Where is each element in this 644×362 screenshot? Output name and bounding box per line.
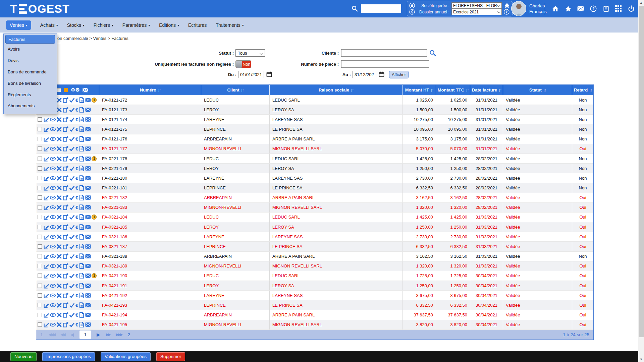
dropdown-item-factures[interactable]: Factures — [5, 35, 55, 44]
eye-icon[interactable] — [50, 146, 56, 152]
afficher-button[interactable]: Afficher — [389, 71, 409, 78]
mail-icon[interactable] — [85, 166, 91, 171]
mail-icon[interactable] — [85, 146, 91, 152]
row-checkbox[interactable] — [38, 157, 42, 161]
document-icon[interactable] — [79, 126, 85, 132]
document-icon[interactable] — [79, 117, 85, 122]
duplicate-icon[interactable] — [63, 234, 68, 240]
document-icon[interactable] — [79, 156, 85, 162]
duplicate-icon[interactable] — [63, 136, 68, 142]
eye-icon[interactable] — [50, 293, 56, 298]
eye-icon[interactable] — [50, 136, 56, 142]
check-icon[interactable] — [69, 224, 75, 230]
mail-icon[interactable] — [85, 107, 91, 113]
duplicate-icon[interactable] — [63, 195, 68, 200]
dropdown-item-bons-de-commande[interactable]: Bons de commande — [4, 66, 57, 78]
document-icon[interactable] — [79, 273, 85, 279]
edit-icon[interactable] — [44, 126, 49, 132]
euro-icon[interactable]: € — [75, 214, 78, 220]
mail-icon[interactable] — [85, 156, 91, 162]
eye-icon[interactable] — [50, 224, 56, 230]
check-icon[interactable] — [69, 312, 75, 318]
document-icon[interactable] — [79, 244, 85, 249]
euro-icon[interactable]: € — [75, 204, 78, 210]
edit-icon[interactable] — [44, 195, 49, 200]
euro-icon[interactable]: € — [75, 283, 78, 289]
euro-icon[interactable]: € — [75, 185, 78, 191]
delete-icon[interactable] — [56, 322, 62, 327]
global-search-input[interactable] — [361, 4, 401, 13]
edit-icon[interactable] — [44, 312, 49, 318]
delete-icon[interactable] — [56, 126, 62, 132]
delete-icon[interactable] — [56, 117, 62, 122]
menu-item-editions[interactable]: Editions▾ — [159, 22, 179, 28]
row-checkbox[interactable] — [38, 293, 42, 298]
edit-icon[interactable] — [44, 175, 49, 181]
delete-icon[interactable] — [56, 283, 62, 289]
star-icon[interactable] — [565, 5, 572, 12]
document-icon[interactable] — [79, 322, 85, 327]
check-icon[interactable] — [69, 97, 75, 103]
row-checkbox[interactable] — [38, 195, 42, 200]
euro-icon[interactable]: € — [75, 156, 78, 162]
duplicate-icon[interactable] — [63, 204, 68, 210]
statut-select[interactable]: Tous — [235, 49, 265, 57]
prev-page-icon[interactable]: ◀ — [70, 332, 74, 337]
duplicate-icon[interactable] — [63, 302, 68, 308]
document-icon[interactable] — [79, 234, 85, 240]
eye-icon[interactable] — [50, 263, 56, 269]
mail-icon[interactable] — [85, 126, 91, 132]
menu-item-traitements[interactable]: Traitements▾ — [216, 22, 244, 28]
edit-icon[interactable] — [44, 293, 49, 298]
mail-icon[interactable] — [85, 117, 91, 122]
clients-search-icon[interactable] — [429, 50, 436, 56]
row-checkbox[interactable] — [38, 127, 42, 131]
au-input[interactable] — [353, 71, 376, 78]
eye-icon[interactable] — [50, 195, 56, 200]
duplicate-icon[interactable] — [63, 273, 68, 279]
mail-icon[interactable] — [85, 185, 91, 191]
orange-square-icon[interactable] — [64, 88, 68, 92]
dropdown-item-devis[interactable]: Devis — [4, 55, 57, 66]
help-icon[interactable]: ? — [590, 5, 597, 12]
check-icon[interactable] — [69, 244, 75, 249]
edit-icon[interactable] — [44, 185, 49, 191]
duplicate-icon[interactable] — [63, 263, 68, 269]
duplicate-icon[interactable] — [63, 224, 68, 230]
eye-icon[interactable] — [50, 185, 56, 191]
delete-icon[interactable] — [56, 107, 62, 113]
row-checkbox[interactable] — [38, 254, 42, 258]
scroll-down-icon[interactable]: ▼ — [638, 357, 644, 362]
document-icon[interactable] — [79, 204, 85, 210]
check-icon[interactable] — [69, 293, 75, 298]
delete-icon[interactable] — [56, 175, 62, 181]
euro-icon[interactable]: € — [75, 224, 78, 230]
eye-icon[interactable] — [50, 244, 56, 249]
duplicate-icon[interactable] — [63, 175, 68, 181]
mail-icon[interactable] — [85, 195, 91, 200]
check-icon[interactable] — [69, 146, 75, 152]
check-icon[interactable] — [69, 126, 75, 132]
menu-item-paramètres[interactable]: Paramètres▾ — [122, 22, 150, 28]
edit-icon[interactable] — [44, 234, 49, 240]
duplicate-icon[interactable] — [63, 166, 68, 171]
eye-icon[interactable] — [50, 273, 56, 279]
row-checkbox[interactable] — [38, 205, 42, 209]
validations-groupées-button[interactable]: Validations groupées — [101, 352, 151, 361]
row-checkbox[interactable] — [38, 235, 42, 239]
eye-icon[interactable] — [50, 117, 56, 122]
edit-icon[interactable] — [44, 136, 49, 142]
check-icon[interactable] — [69, 263, 75, 269]
year-select[interactable]: Exercice 2021 — [451, 9, 502, 15]
check-icon[interactable] — [69, 185, 75, 191]
last-page-icon[interactable]: ▶▶▶ — [116, 332, 122, 337]
column-header-statut[interactable]: Statut↓↑ — [503, 85, 572, 95]
eye-icon[interactable] — [50, 156, 56, 162]
eye-icon[interactable] — [50, 234, 56, 240]
eye-icon[interactable] — [50, 126, 56, 132]
row-checkbox[interactable] — [38, 146, 42, 151]
duplicate-icon[interactable] — [63, 253, 68, 259]
avatar[interactable] — [511, 1, 526, 16]
clients-input[interactable] — [341, 49, 427, 57]
edit-icon[interactable] — [44, 263, 49, 269]
